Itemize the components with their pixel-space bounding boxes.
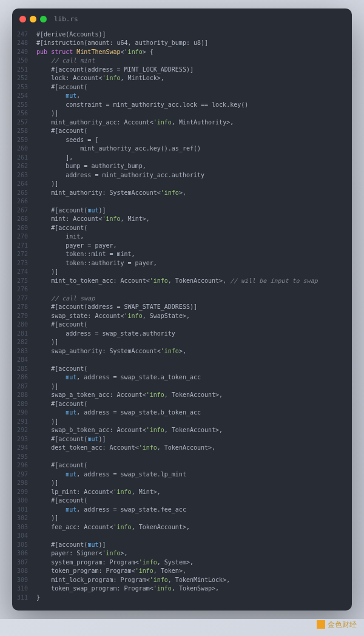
code-line: )] <box>36 180 346 189</box>
line-number: 250 <box>17 56 28 66</box>
code-line: )] <box>36 268 346 277</box>
code-line: #[account(mut)] <box>36 541 346 550</box>
code-line: token_swap_program: Program<'info, Token… <box>36 584 346 594</box>
code-line: address = mint_authority_acc.authority <box>36 171 346 180</box>
line-number: 277 <box>17 294 28 303</box>
code-line: payer: Signer<'info>, <box>36 549 346 558</box>
line-number: 288 <box>17 391 28 400</box>
line-number: 304 <box>17 532 28 541</box>
code-line: )] <box>36 382 346 391</box>
code-line: #[account(address = MINT_LOCK_ADDRESS)] <box>36 66 346 75</box>
code-line <box>36 197 346 206</box>
line-number: 261 <box>17 154 28 163</box>
code-line: seeds = [ <box>36 136 346 145</box>
line-number: 303 <box>17 523 28 532</box>
line-number: 311 <box>17 594 28 603</box>
code-line: lock: Account<'info, MintLock>, <box>36 74 346 83</box>
code-line: mut, address = swap_state.b_token_acc <box>36 408 346 418</box>
code-line: mint_authority_acc.key().as_ref() <box>36 144 346 154</box>
line-number: 265 <box>17 189 28 198</box>
line-number: 305 <box>17 541 28 550</box>
code-line: )] <box>36 109 346 118</box>
line-number: 281 <box>17 330 28 339</box>
code-line <box>36 356 346 365</box>
line-number: 279 <box>17 312 28 321</box>
code-line <box>36 453 346 462</box>
line-number: 253 <box>17 83 28 92</box>
line-number: 310 <box>17 584 28 594</box>
code-line: #[account( <box>36 496 346 506</box>
window-titlebar: lib.rs <box>12 8 352 28</box>
line-number-gutter: 2472482492502512522532542552562572582592… <box>17 30 36 603</box>
code-line: #[account(mut)] <box>36 435 346 444</box>
line-number: 294 <box>17 444 28 453</box>
code-line: fee_acc: Account<'info, TokenAccount>, <box>36 523 346 532</box>
code-line: payer = payer, <box>36 242 346 251</box>
close-icon[interactable] <box>19 16 26 22</box>
code-line: mint_lock_program: Program<'info, TokenM… <box>36 576 346 585</box>
minimize-icon[interactable] <box>30 16 36 22</box>
line-number: 275 <box>17 277 28 286</box>
code-line: } <box>36 594 346 603</box>
line-number: 280 <box>17 320 28 330</box>
line-number: 268 <box>17 215 28 224</box>
code-line: init, <box>36 232 346 242</box>
code-line: pub struct MintThenSwap<'info> { <box>36 48 346 57</box>
code-line: token::mint = mint, <box>36 250 346 259</box>
line-number: 258 <box>17 127 28 136</box>
maximize-icon[interactable] <box>40 16 47 22</box>
code-area: 2472482492502512522532542552562572582592… <box>12 28 352 611</box>
code-line <box>36 532 346 541</box>
code-line: #[account( <box>36 320 346 330</box>
code-line: )] <box>36 338 346 347</box>
code-line: #[account(address = SWAP_STATE_ADDRESS)] <box>36 303 346 312</box>
line-number: 299 <box>17 488 28 497</box>
code-line: mint_authority_acc: Account<'info, MintA… <box>36 118 346 127</box>
line-number: 298 <box>17 479 28 488</box>
code-line: lp_mint: Account<'info, Mint>, <box>36 488 346 497</box>
code-line: swap_state: Account<'info, SwapState>, <box>36 312 346 321</box>
line-number: 251 <box>17 66 28 75</box>
line-number: 248 <box>17 39 28 48</box>
code-line: #[account( <box>36 365 346 374</box>
line-number: 256 <box>17 109 28 118</box>
line-number: 291 <box>17 418 28 427</box>
line-number: 295 <box>17 453 28 462</box>
code-line: dest_token_acc: Account<'info, TokenAcco… <box>36 444 346 453</box>
line-number: 283 <box>17 347 28 356</box>
code-line: swap_b_token_acc: Account<'info, TokenAc… <box>36 426 346 435</box>
line-number: 259 <box>17 136 28 145</box>
code-line: #[account( <box>36 127 346 136</box>
line-number: 257 <box>17 118 28 127</box>
line-number: 269 <box>17 224 28 233</box>
line-number: 286 <box>17 373 28 382</box>
line-number: 290 <box>17 408 28 418</box>
line-number: 302 <box>17 514 28 523</box>
line-number: 293 <box>17 435 28 444</box>
code-line: mut, address = swap_state.a_token_acc <box>36 373 346 382</box>
code-line: // call mint <box>36 56 346 66</box>
code-line: )] <box>36 418 346 427</box>
line-number: 272 <box>17 250 28 259</box>
code-line: ], <box>36 154 346 163</box>
line-number: 273 <box>17 259 28 268</box>
code-line: token_program: Program<'info, Token>, <box>36 567 346 576</box>
line-number: 296 <box>17 461 28 470</box>
code-line: #[instruction(amount: u64, authority_bum… <box>36 39 346 48</box>
code-line: mut, <box>36 92 346 101</box>
line-number: 267 <box>17 206 28 215</box>
code-line: system_program: Program<'info, System>, <box>36 558 346 567</box>
code-line: #[account( <box>36 83 346 92</box>
code-line: bump = authority_bump, <box>36 162 346 171</box>
line-number: 264 <box>17 180 28 189</box>
line-number: 301 <box>17 506 28 515</box>
line-number: 289 <box>17 400 28 409</box>
code-line: #[account( <box>36 400 346 409</box>
line-number: 249 <box>17 48 28 57</box>
code-line: mut, address = swap_state.fee_acc <box>36 506 346 515</box>
line-number: 263 <box>17 171 28 180</box>
code-window: lib.rs 247248249250251252253254255256257… <box>12 8 352 611</box>
line-number: 260 <box>17 144 28 154</box>
code-line <box>36 285 346 294</box>
code-line: mint: Account<'info, Mint>, <box>36 215 346 224</box>
